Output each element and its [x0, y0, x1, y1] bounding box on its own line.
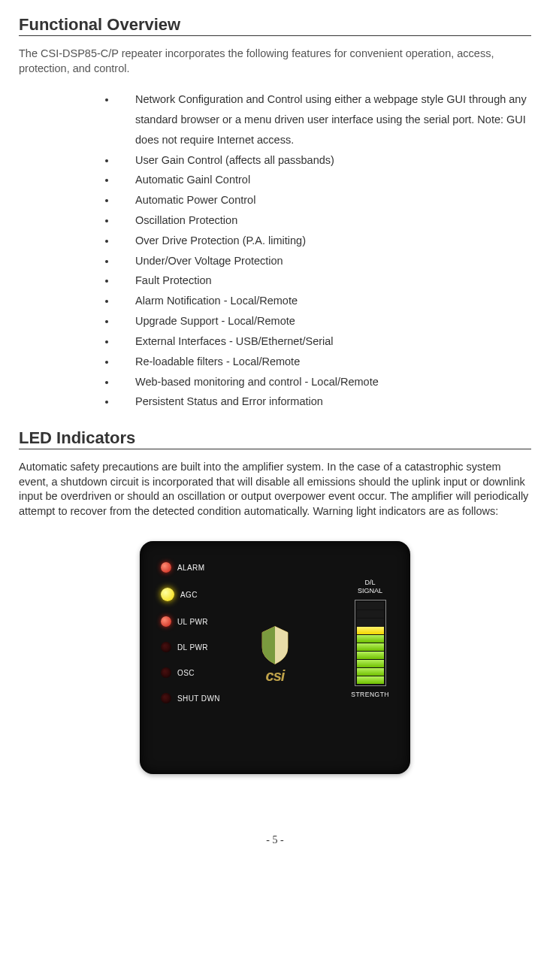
alarm-led-icon: [161, 562, 171, 573]
led-indicators-heading: LED Indicators: [19, 428, 531, 449]
list-item: Re-loadable filters - Local/Remote: [116, 352, 531, 372]
shut-dwn-led-icon: [161, 693, 171, 703]
ul-pwr-row: UL PWR: [161, 616, 220, 627]
csi-logo: csi: [258, 625, 292, 685]
strength-label: STRENGTH: [351, 691, 389, 698]
bar-segment: [357, 619, 384, 626]
osc-row: OSC: [161, 667, 220, 678]
list-item: Persistent Status and Error information: [116, 392, 531, 412]
bar-segment: [357, 652, 384, 659]
list-item: Over Drive Protection (P.A. limiting): [116, 231, 531, 251]
page-number: - 5 -: [19, 834, 531, 846]
agc-led-icon: [161, 588, 174, 601]
list-item: Upgrade Support - Local/Remote: [116, 311, 531, 331]
dl-signal-label: D/L SIGNAL: [351, 579, 389, 595]
signal-strength-column: D/L SIGNAL STRENGTH: [351, 579, 389, 698]
osc-label: OSC: [177, 669, 195, 677]
csi-shield-icon: [258, 625, 292, 666]
bar-segment: [357, 602, 384, 609]
functional-overview-heading: Functional Overview: [19, 15, 531, 36]
feature-list: Network Configuration and Control using …: [19, 89, 531, 412]
dl-pwr-led-icon: [161, 642, 171, 652]
functional-overview-intro: The CSI-DSP85-C/P repeater incorporates …: [19, 47, 531, 76]
list-item: Automatic Gainl Control: [116, 170, 531, 190]
list-item: Under/Over Voltage Protection: [116, 251, 531, 271]
alarm-label: ALARM: [177, 564, 204, 572]
signal-strength-meter-icon: [355, 600, 386, 686]
dl-pwr-row: DL PWR: [161, 642, 220, 652]
list-item: Oscillation Protection: [116, 210, 531, 231]
list-item: User Gain Control (affects all passbands…: [116, 150, 531, 171]
agc-label: AGC: [180, 591, 198, 599]
csi-logo-text: csi: [258, 667, 292, 685]
status-led-column: ALARM AGC UL PWR DL PWR OSC SHUT DWN: [161, 562, 220, 703]
led-indicators-body: Automatic safety precautions are built i…: [19, 460, 531, 519]
led-panel-figure: ALARM AGC UL PWR DL PWR OSC SHUT DWN: [19, 541, 531, 774]
bar-segment: [357, 635, 384, 643]
alarm-row: ALARM: [161, 562, 220, 573]
shut-dwn-row: SHUT DWN: [161, 693, 220, 703]
list-item: External Interfaces - USB/Ethernet/Seria…: [116, 331, 531, 352]
led-panel: ALARM AGC UL PWR DL PWR OSC SHUT DWN: [140, 541, 410, 774]
shut-dwn-label: SHUT DWN: [177, 694, 220, 703]
list-item: Network Configuration and Control using …: [116, 89, 531, 150]
osc-led-icon: [161, 667, 171, 678]
list-item: Automatic Power Control: [116, 190, 531, 210]
bar-segment: [357, 627, 384, 634]
agc-row: AGC: [161, 588, 220, 601]
bar-segment: [357, 610, 384, 618]
bar-segment: [357, 660, 384, 667]
list-item: Fault Protection: [116, 271, 531, 291]
list-item: Web-based monitoring and control - Local…: [116, 372, 531, 392]
list-item: Alarm Notification - Local/Remote: [116, 291, 531, 311]
bar-segment: [357, 668, 384, 676]
bar-segment: [357, 676, 384, 684]
ul-pwr-led-icon: [161, 616, 171, 627]
ul-pwr-label: UL PWR: [177, 618, 208, 626]
bar-segment: [357, 643, 384, 651]
dl-pwr-label: DL PWR: [177, 643, 208, 652]
